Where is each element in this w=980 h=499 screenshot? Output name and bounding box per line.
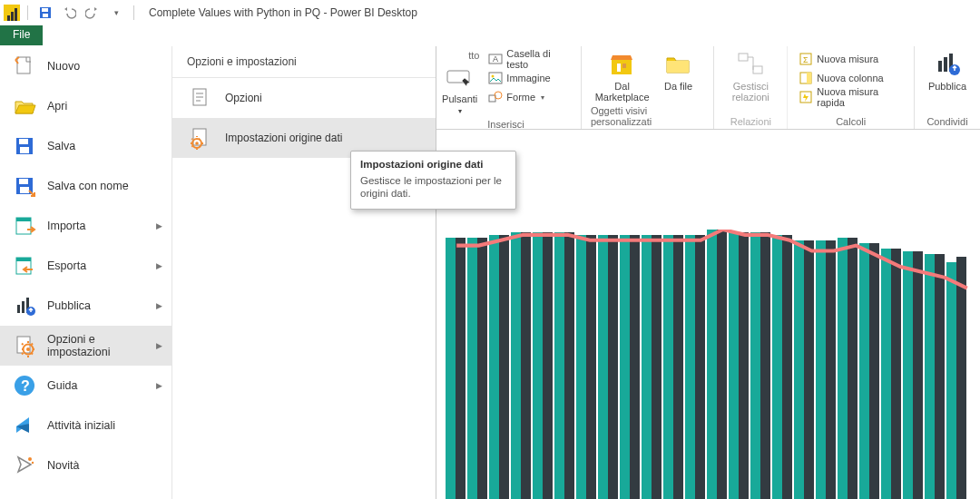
bar-teal[interactable] bbox=[576, 235, 586, 499]
bar-teal[interactable] bbox=[554, 232, 564, 499]
bar-pair[interactable] bbox=[816, 230, 838, 499]
bar-dark[interactable] bbox=[956, 257, 966, 499]
bar-dark[interactable] bbox=[782, 235, 792, 499]
bar-dark[interactable] bbox=[869, 243, 879, 499]
bar-dark[interactable] bbox=[673, 235, 683, 499]
bar-pair[interactable] bbox=[446, 230, 467, 499]
bar-pair[interactable] bbox=[576, 230, 598, 499]
bar-teal[interactable] bbox=[467, 238, 477, 499]
bar-teal[interactable] bbox=[642, 235, 652, 499]
bar-pair[interactable] bbox=[707, 230, 729, 499]
bar-pair[interactable] bbox=[903, 230, 925, 499]
backstage-item-novit-[interactable]: Novità bbox=[0, 445, 172, 485]
backstage-item-nuovo[interactable]: Nuovo bbox=[0, 46, 172, 86]
bar-dark[interactable] bbox=[499, 235, 509, 499]
bar-pair[interactable] bbox=[685, 230, 707, 499]
ribbon-button-nuova-misura-rapida[interactable]: Nuova misura rapida bbox=[797, 88, 905, 106]
combo-chart[interactable] bbox=[446, 230, 978, 499]
qat-redo-button[interactable] bbox=[83, 3, 103, 23]
ribbon-button-pulsanti[interactable]: tto Pulsanti▾ bbox=[440, 50, 479, 117]
bar-dark[interactable] bbox=[935, 254, 945, 499]
bar-pair[interactable] bbox=[794, 230, 816, 499]
qat-save-button[interactable] bbox=[35, 3, 55, 23]
bar-dark[interactable] bbox=[456, 238, 466, 499]
pane-item-opzioni[interactable]: Opzioni bbox=[172, 78, 436, 118]
report-canvas[interactable] bbox=[436, 130, 980, 499]
bar-pair[interactable] bbox=[750, 230, 772, 499]
qat-undo-button[interactable] bbox=[59, 3, 79, 23]
bar-teal[interactable] bbox=[729, 232, 739, 499]
bar-teal[interactable] bbox=[707, 230, 717, 499]
bar-dark[interactable] bbox=[760, 232, 770, 499]
bar-dark[interactable] bbox=[564, 232, 574, 499]
bar-pair[interactable] bbox=[642, 230, 663, 499]
ribbon-button-da-file[interactable]: Da file bbox=[657, 50, 701, 92]
bar-dark[interactable] bbox=[804, 240, 814, 499]
ribbon-button-dal-marketplace[interactable]: Dal Marketplace bbox=[595, 50, 650, 103]
backstage-item-attivit-iniziali[interactable]: Attività iniziali bbox=[0, 406, 172, 445]
bar-dark[interactable] bbox=[891, 249, 901, 499]
bar-dark[interactable] bbox=[826, 240, 836, 499]
bar-dark[interactable] bbox=[608, 235, 618, 499]
bar-dark[interactable] bbox=[477, 238, 487, 499]
bar-teal[interactable] bbox=[903, 251, 913, 499]
backstage-item-esporta[interactable]: Esporta ▶ bbox=[0, 246, 172, 286]
bar-dark[interactable] bbox=[652, 235, 662, 499]
bar-pair[interactable] bbox=[533, 230, 554, 499]
backstage-item-salva-con-nome[interactable]: Salva con nome bbox=[0, 166, 172, 206]
bar-teal[interactable] bbox=[946, 262, 956, 499]
qat-customize-button[interactable]: ▾ bbox=[106, 3, 126, 23]
backstage-item-guida[interactable]: ? Guida ▶ bbox=[0, 366, 172, 406]
bar-teal[interactable] bbox=[925, 254, 935, 499]
bar-dark[interactable] bbox=[695, 235, 705, 499]
bar-pair[interactable] bbox=[729, 230, 750, 499]
bar-teal[interactable] bbox=[533, 232, 543, 499]
bar-dark[interactable] bbox=[717, 230, 727, 499]
bar-pair[interactable] bbox=[772, 230, 794, 499]
bar-teal[interactable] bbox=[511, 232, 521, 499]
bar-dark[interactable] bbox=[848, 238, 858, 499]
bar-dark[interactable] bbox=[913, 251, 923, 499]
bar-dark[interactable] bbox=[543, 232, 553, 499]
bar-teal[interactable] bbox=[489, 235, 499, 499]
bar-pair[interactable] bbox=[620, 230, 642, 499]
bar-teal[interactable] bbox=[446, 238, 456, 499]
bar-teal[interactable] bbox=[663, 235, 673, 499]
bar-pair[interactable] bbox=[838, 230, 859, 499]
bar-pair[interactable] bbox=[946, 230, 968, 499]
bar-pair[interactable] bbox=[881, 230, 903, 499]
backstage-item-apri[interactable]: Apri bbox=[0, 86, 172, 126]
bar-teal[interactable] bbox=[816, 240, 826, 499]
bar-dark[interactable] bbox=[521, 232, 531, 499]
backstage-item-salva[interactable]: Salva bbox=[0, 126, 172, 166]
bar-dark[interactable] bbox=[739, 232, 749, 499]
bar-pair[interactable] bbox=[511, 230, 533, 499]
backstage-item-opzioni-e-impostazioni[interactable]: Opzioni e impostazioni ▶ bbox=[0, 326, 172, 366]
bar-teal[interactable] bbox=[750, 232, 760, 499]
ribbon-button-forme[interactable]: Forme ▾ bbox=[486, 88, 572, 106]
ribbon-button-casella-testo[interactable]: A Casella di testo bbox=[486, 50, 572, 68]
bar-pair[interactable] bbox=[663, 230, 685, 499]
bar-dark[interactable] bbox=[630, 235, 640, 499]
bar-teal[interactable] bbox=[838, 238, 848, 499]
bar-pair[interactable] bbox=[859, 230, 881, 499]
ribbon-button-gestisci-relazioni[interactable]: Gestisci relazioni bbox=[723, 50, 778, 103]
bar-teal[interactable] bbox=[772, 235, 782, 499]
bar-teal[interactable] bbox=[598, 235, 608, 499]
ribbon-button-nuova-misura[interactable]: Σ Nuova misura bbox=[797, 50, 905, 68]
bar-pair[interactable] bbox=[598, 230, 620, 499]
backstage-item-pubblica[interactable]: Pubblica ▶ bbox=[0, 286, 172, 326]
bar-dark[interactable] bbox=[586, 235, 596, 499]
bar-pair[interactable] bbox=[554, 230, 576, 499]
backstage-item-importa[interactable]: Importa ▶ bbox=[0, 206, 172, 246]
bar-pair[interactable] bbox=[467, 230, 489, 499]
file-tab[interactable]: File bbox=[0, 25, 43, 45]
ribbon-button-nuova-colonna[interactable]: Nuova colonna bbox=[797, 69, 905, 87]
bar-teal[interactable] bbox=[859, 243, 869, 499]
bar-teal[interactable] bbox=[794, 240, 804, 499]
bar-teal[interactable] bbox=[685, 235, 695, 499]
bar-pair[interactable] bbox=[925, 230, 946, 499]
bar-teal[interactable] bbox=[620, 235, 630, 499]
bar-pair[interactable] bbox=[489, 230, 511, 499]
ribbon-button-immagine[interactable]: Immagine bbox=[486, 69, 572, 87]
